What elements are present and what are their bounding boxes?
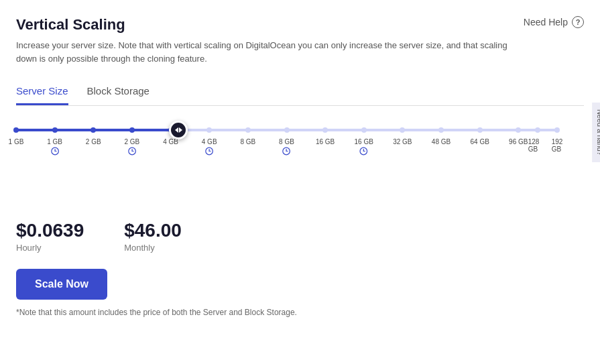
slider-label-15: 192 GB: [552, 138, 563, 154]
slider-section: 1 GB1 GB 2 GB2 GB 4 GB4 GB 8 GB8 GB 16 G…: [16, 122, 584, 198]
footnote: *Note that this amount includes the pric…: [16, 308, 584, 317]
size-text-5: 4 GB: [202, 138, 217, 145]
tick-15: [554, 127, 560, 133]
help-icon: ?: [572, 16, 584, 28]
clock-icon-3: [127, 147, 136, 156]
slider-track[interactable]: [16, 129, 557, 131]
slider-label-1: 1 GB: [47, 138, 62, 156]
tick-12: [477, 127, 483, 133]
slider-label-8: 16 GB: [316, 138, 335, 147]
tick-marks: [16, 129, 557, 131]
tick-14: [535, 127, 540, 133]
slider-label-5: 4 GB: [202, 138, 217, 156]
size-text-6: 8 GB: [240, 138, 255, 145]
slider-label-9: 16 GB: [355, 138, 373, 156]
monthly-price-value: $46.00: [124, 220, 182, 241]
slider-label-14: 128 GB: [528, 138, 548, 154]
size-text-12: 64 GB: [470, 138, 489, 145]
tick-10: [400, 127, 405, 133]
page-title: Vertical Scaling: [16, 16, 125, 34]
slider-track-container: 1 GB1 GB 2 GB2 GB 4 GB4 GB 8 GB8 GB 16 G…: [16, 122, 557, 198]
size-text-11: 48 GB: [432, 138, 451, 145]
slider-thumb[interactable]: [169, 121, 188, 139]
monthly-price-label: Monthly: [124, 243, 182, 253]
need-help-label: Need Help: [524, 17, 568, 27]
slider-label-12: 64 GB: [470, 138, 489, 147]
tick-8: [322, 127, 328, 133]
tick-9: [361, 127, 367, 133]
slider-label-6: 8 GB: [240, 138, 255, 147]
page-description: Increase your server size. Note that wit…: [16, 39, 519, 65]
need-a-hand-label: Need a hand?: [596, 109, 600, 156]
tick-11: [438, 127, 444, 133]
size-text-0: 1 GB: [9, 138, 24, 145]
size-text-1: 1 GB: [47, 138, 62, 145]
slider-label-4: 4 GB: [163, 138, 178, 147]
tick-3: [129, 127, 135, 133]
scale-now-button[interactable]: Scale Now: [16, 269, 107, 300]
tick-6: [245, 127, 251, 133]
slider-label-0: 1 GB: [9, 138, 24, 147]
size-text-10: 32 GB: [393, 138, 412, 145]
size-text-2: 2 GB: [86, 138, 101, 145]
size-text-15: 192 GB: [552, 138, 563, 153]
tab-bar: Server Size Block Storage: [16, 78, 584, 106]
hourly-price-block: $0.0639 Hourly: [16, 220, 84, 253]
slider-label-7: 8 GB: [279, 138, 294, 156]
tick-2: [91, 127, 96, 133]
size-text-14: 128 GB: [528, 138, 548, 153]
thumb-arrow-left: [175, 127, 178, 133]
hourly-price-label: Hourly: [16, 243, 84, 253]
clock-icon-7: [282, 147, 291, 156]
tab-server-size[interactable]: Server Size: [16, 78, 68, 105]
slider-labels: 1 GB1 GB 2 GB2 GB 4 GB4 GB 8 GB8 GB 16 G…: [16, 138, 557, 172]
slider-label-3: 2 GB: [124, 138, 139, 156]
size-text-9: 16 GB: [355, 138, 373, 145]
clock-icon-5: [205, 147, 214, 156]
page-header: Vertical Scaling Need Help ?: [16, 16, 584, 34]
thumb-arrow-right: [179, 127, 182, 133]
tab-block-storage[interactable]: Block Storage: [87, 78, 149, 105]
need-help-link[interactable]: Need Help ?: [524, 16, 584, 28]
tick-5: [206, 127, 212, 133]
clock-icon-1: [50, 147, 59, 156]
slider-label-10: 32 GB: [393, 138, 412, 147]
slider-label-2: 2 GB: [86, 138, 101, 147]
slider-thumb-inner: [175, 127, 182, 133]
tick-0: [13, 127, 19, 133]
pricing-section: $0.0639 Hourly $46.00 Monthly: [16, 220, 584, 253]
slider-label-13: 96 GB: [509, 138, 528, 147]
size-text-13: 96 GB: [509, 138, 528, 145]
tick-1: [52, 127, 58, 133]
clock-icon-9: [359, 147, 368, 156]
need-a-hand-tab[interactable]: Need a hand?: [592, 103, 600, 162]
size-text-7: 8 GB: [279, 138, 294, 145]
monthly-price-block: $46.00 Monthly: [124, 220, 182, 253]
hourly-price-value: $0.0639: [16, 220, 84, 241]
tick-13: [516, 127, 521, 133]
size-text-3: 2 GB: [124, 138, 139, 145]
slider-label-11: 48 GB: [432, 138, 451, 147]
size-text-8: 16 GB: [316, 138, 335, 145]
tick-7: [284, 127, 290, 133]
